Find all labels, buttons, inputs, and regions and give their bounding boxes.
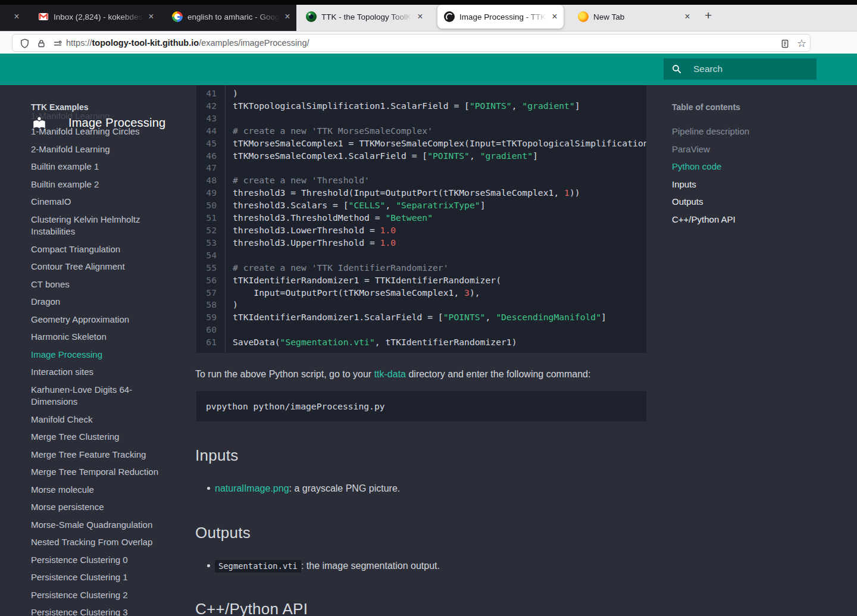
- tab-title: english to amharic - Goog: [187, 12, 283, 21]
- close-icon[interactable]: ×: [415, 12, 425, 21]
- run-text-after: directory and enter the following comman…: [406, 369, 590, 379]
- sidebar-item[interactable]: Merge Tree Feature Tracking: [31, 449, 174, 461]
- sidebar-item[interactable]: Persistence Clustering 1: [31, 571, 174, 584]
- command-code-block[interactable]: pvpython python/imageProcessing.py: [196, 391, 646, 421]
- close-icon[interactable]: ×: [683, 12, 692, 21]
- sidebar-item[interactable]: Morse persistence: [31, 501, 174, 514]
- code-line: # create a new 'Threshold': [233, 174, 646, 187]
- toc-item[interactable]: C++/Python API: [672, 214, 749, 226]
- code-line-number: 41: [196, 87, 217, 100]
- code-line-number: 47: [196, 162, 217, 174]
- tab-gmail-inbox[interactable]: Inbox (2,824) - kokebdese ×: [38, 5, 159, 29]
- reader-view-icon[interactable]: [779, 37, 791, 49]
- sidebar-item[interactable]: Morse-Smale Quadrangulation: [31, 519, 174, 531]
- code-line: # create a new 'TTK MorseSmaleComplex': [233, 125, 646, 137]
- code-line-number: 58: [196, 299, 217, 311]
- sidebar-item[interactable]: Clustering Kelvin Helmholtz Instabilitie…: [31, 214, 174, 238]
- code-line: ): [233, 299, 646, 311]
- bookmark-star-icon[interactable]: ☆: [796, 37, 808, 49]
- code-line-numbers: 4142434445464748495051525354555657585960…: [196, 85, 226, 353]
- close-icon[interactable]: ×: [146, 12, 156, 21]
- close-icon[interactable]: ×: [550, 12, 559, 21]
- code-line: ): [233, 87, 646, 100]
- toc-list: Pipeline descriptionParaViewPython codeI…: [672, 126, 749, 231]
- ttk-examples-icon: [444, 11, 455, 22]
- code-line: [233, 249, 646, 262]
- code-line: tTKIdentifierRandomizer1 = TTKIdentifier…: [233, 274, 646, 287]
- bullet-disc: [207, 564, 210, 567]
- tab-title: New Tab: [593, 12, 683, 21]
- sidebar-item[interactable]: Manifold Check: [31, 414, 174, 426]
- sidebar-item[interactable]: Geometry Approximation: [31, 314, 174, 326]
- code-line: Input=OutputPort(tTKMorseSmaleComplex1, …: [233, 287, 646, 299]
- python-code-block[interactable]: 4142434445464748495051525354555657585960…: [196, 85, 646, 353]
- sidebar-item[interactable]: Builtin example 2: [31, 179, 174, 191]
- toc-item[interactable]: Pipeline description: [672, 126, 749, 138]
- command-text: pvpython python/imageProcessing.py: [206, 400, 637, 412]
- sidebar-item[interactable]: Merge Tree Clustering: [31, 431, 174, 443]
- code-line: SaveData("Segmentation.vti", tTKIdentifi…: [233, 336, 646, 349]
- overflow-tab[interactable]: ×: [12, 5, 21, 29]
- search-input[interactable]: [693, 58, 812, 80]
- toc-item[interactable]: ParaView: [672, 143, 749, 156]
- code-line-number: 52: [196, 224, 217, 237]
- gmail-icon: [38, 11, 49, 22]
- sidebar-item[interactable]: Persistence Clustering 2: [31, 589, 174, 602]
- tab-ttk-home[interactable]: TTK - the Topology ToolK ×: [306, 5, 428, 29]
- ttk-data-link[interactable]: ttk-data: [374, 369, 406, 379]
- toc-item[interactable]: Inputs: [672, 179, 749, 191]
- natural-image-link[interactable]: naturalImage.png: [215, 483, 289, 493]
- code-line: threshold3.Scalars = ["CELLS", "Separatr…: [233, 199, 646, 212]
- tab-image-processing-active[interactable]: Image Processing - TTK E ×: [437, 5, 564, 29]
- sidebar-item[interactable]: Image Processing: [31, 349, 174, 361]
- new-tab-button[interactable]: +: [705, 10, 712, 21]
- google-icon: [172, 11, 183, 22]
- sidebar-item[interactable]: 2-Manifold Learning: [31, 143, 174, 156]
- site-header: Image Processing: [0, 54, 857, 85]
- sidebar-item[interactable]: Nested Tracking From Overlap: [31, 536, 174, 549]
- tab-new-tab[interactable]: New Tab ×: [578, 5, 696, 29]
- sidebar-item[interactable]: Contour Tree Alignment: [31, 261, 174, 273]
- sidebar-item[interactable]: Persistence Clustering 0: [31, 554, 174, 567]
- sidebar-item[interactable]: Dragon: [31, 296, 174, 308]
- shield-icon[interactable]: [18, 37, 30, 49]
- firefox-icon: [578, 11, 589, 22]
- sidebar-item[interactable]: Harmonic Skeleton: [31, 331, 174, 343]
- segmentation-file-chip: Segmentation.vti: [215, 560, 301, 573]
- code-line: threshold3.UpperThreshold = 1.0: [233, 237, 646, 249]
- sidebar-item[interactable]: Karhunen-Love Digits 64-Dimensions: [31, 384, 174, 408]
- sidebar-item[interactable]: Builtin example 1: [31, 161, 174, 173]
- code-line-number: 61: [196, 336, 217, 349]
- lock-icon[interactable]: [35, 37, 47, 49]
- run-text: To run the above Python script, go to yo…: [195, 369, 374, 379]
- sidebar-item[interactable]: Morse molecule: [31, 484, 174, 496]
- toc-item[interactable]: Python code: [672, 161, 749, 173]
- table-of-contents: Table of contents Pipeline descriptionPa…: [672, 102, 839, 112]
- ttk-icon: [306, 11, 317, 22]
- tab-google-search[interactable]: english to amharic - Goog ×: [172, 5, 296, 29]
- permissions-icon[interactable]: [52, 37, 64, 49]
- sidebar-item[interactable]: Persistence Clustering 3: [31, 606, 174, 616]
- outputs-heading: Outputs: [195, 524, 251, 542]
- code-line: # create a new 'TTK IdentifierRandomizer…: [233, 262, 646, 274]
- toc-heading: Table of contents: [672, 102, 839, 112]
- close-icon[interactable]: ×: [283, 12, 292, 21]
- sidebar-item[interactable]: Interaction sites: [31, 366, 174, 379]
- sidebar-item[interactable]: CT bones: [31, 279, 174, 291]
- sidebar-item[interactable]: Compact Triangulation: [31, 243, 174, 256]
- code-line-number: 51: [196, 212, 217, 224]
- url-path: /examples/imageProcessing/: [199, 38, 309, 48]
- outputs-list-item: Segmentation.vti: the image segmentation…: [205, 558, 645, 574]
- url-domain: topology-tool-kit.github.io: [92, 38, 199, 48]
- sidebar-item[interactable]: CinemaIO: [31, 196, 174, 208]
- toc-item[interactable]: Outputs: [672, 196, 749, 208]
- close-icon[interactable]: ×: [12, 12, 21, 21]
- code-line-number: 56: [196, 274, 217, 287]
- code-line: tTKTopologicalSimplification1.ScalarFiel…: [233, 100, 646, 112]
- site-logo-book-icon[interactable]: [32, 115, 47, 131]
- url-bar[interactable]: https://topology-tool-kit.github.io/exam…: [12, 34, 811, 52]
- code-line-number: 53: [196, 237, 217, 249]
- search-box[interactable]: [664, 58, 817, 80]
- sidebar-item[interactable]: Merge Tree Temporal Reduction: [31, 466, 174, 479]
- code-line-number: 60: [196, 324, 217, 336]
